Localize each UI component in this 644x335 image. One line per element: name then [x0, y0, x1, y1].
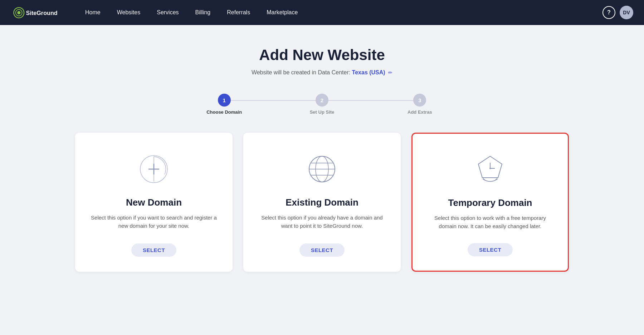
nav-home[interactable]: Home [79, 6, 107, 19]
nav-referrals[interactable]: Referrals [220, 6, 257, 19]
logo[interactable]: SiteGround [11, 5, 64, 21]
nav-services[interactable]: Services [150, 6, 185, 19]
page-title: Add New Website [259, 46, 385, 64]
nav-right: ? DV [602, 6, 633, 19]
step-circle-2: 2 [316, 94, 328, 107]
new-domain-desc: Select this option if you want to search… [90, 214, 218, 231]
main-content: Add New Website Website will be created … [0, 25, 644, 286]
svg-text:SiteGround: SiteGround [26, 9, 58, 16]
edit-icon[interactable]: ✏ [388, 70, 392, 75]
subtitle: Website will be created in Data Center: … [252, 69, 392, 76]
nav-websites[interactable]: Websites [111, 6, 147, 19]
new-domain-title: New Domain [126, 197, 182, 208]
temporary-domain-desc: Select this option to work with a free t… [427, 214, 553, 230]
step-label-1: Choose Domain [206, 109, 242, 115]
step-circle-3: 3 [413, 94, 426, 107]
navbar: SiteGround Home Websites Services Billin… [0, 0, 644, 25]
nav-marketplace[interactable]: Marketplace [260, 6, 304, 19]
step-label-2: Set Up Site [310, 109, 335, 115]
nav-billing[interactable]: Billing [189, 6, 217, 19]
cards-container: New Domain Select this option if you wan… [72, 133, 572, 272]
new-domain-icon [136, 151, 172, 187]
existing-domain-desc: Select this option if you already have a… [258, 214, 386, 231]
svg-point-2 [17, 11, 20, 14]
step-3: 3 Add Extras [371, 94, 469, 115]
stepper: 1 Choose Domain 2 Set Up Site 3 Add Extr… [175, 94, 469, 115]
temporary-domain-title: Temporary Domain [448, 197, 532, 208]
data-center-link[interactable]: Texas (USA) [352, 69, 385, 75]
existing-domain-icon [304, 151, 340, 187]
new-domain-card[interactable]: New Domain Select this option if you wan… [75, 133, 233, 272]
existing-domain-select-button[interactable]: SELECT [299, 243, 345, 257]
step-1: 1 Choose Domain [175, 94, 273, 115]
step-label-3: Add Extras [408, 109, 432, 115]
temporary-domain-card[interactable]: Temporary Domain Select this option to w… [411, 133, 569, 272]
existing-domain-card[interactable]: Existing Domain Select this option if yo… [243, 133, 401, 272]
new-domain-select-button[interactable]: SELECT [131, 243, 176, 257]
step-circle-1: 1 [218, 94, 231, 107]
avatar[interactable]: DV [620, 6, 633, 19]
temporary-domain-select-button[interactable]: SELECT [468, 243, 513, 256]
step-2: 2 Set Up Site [273, 94, 371, 115]
existing-domain-title: Existing Domain [286, 197, 358, 208]
help-button[interactable]: ? [602, 6, 615, 19]
temporary-domain-icon [472, 152, 508, 187]
nav-links: Home Websites Services Billing Referrals… [79, 6, 602, 19]
